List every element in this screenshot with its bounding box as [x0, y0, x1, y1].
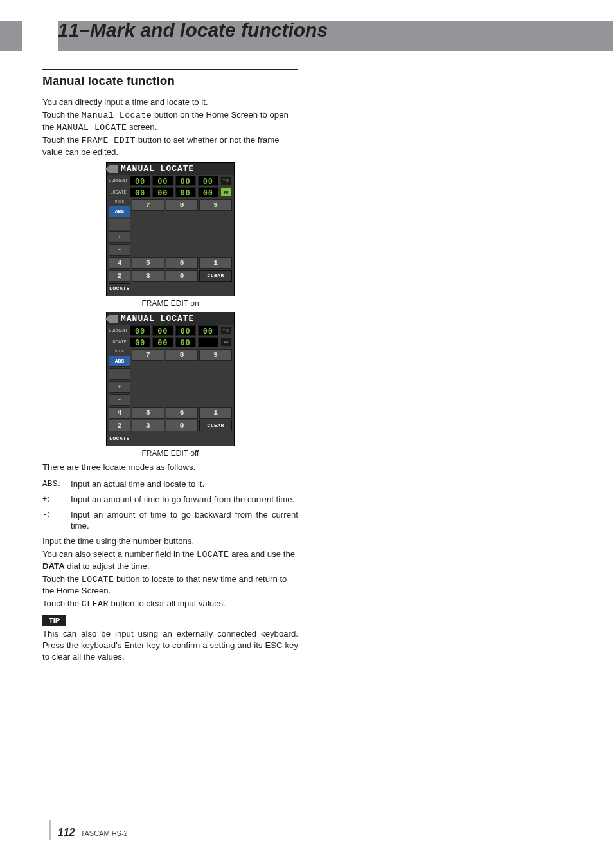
intro-p1: You can directly input a time and locate… [42, 96, 298, 108]
back-icon [109, 315, 118, 323]
num-2: 2 [109, 420, 130, 431]
def-abs: ABS: Input an actual time and locate to … [42, 478, 298, 490]
abs-desc: Input an actual time and locate to it. [71, 478, 298, 490]
colon: : [58, 478, 60, 488]
page-number: 112 [58, 827, 75, 838]
mono-text: CLEAR [82, 599, 109, 609]
footer: 112 TASCAM HS-2 [58, 827, 128, 838]
num-8: 8 [166, 349, 199, 361]
text: area and use the [229, 549, 295, 559]
screenshot-title-text: MANUAL LOCATE [121, 164, 194, 174]
mono-text: FRAME EDIT [82, 136, 136, 145]
colon: : [48, 494, 50, 503]
seg-hh: 00 [130, 187, 150, 197]
text: Touch the [42, 599, 82, 608]
seg-ff: 00 [198, 187, 218, 197]
locate-button: LOCATE [109, 283, 130, 294]
text: dial to adjust the time. [65, 561, 150, 571]
screenshot-frame-edit-on: MANUAL LOCATE CURRENT 00 00 00 00 T/C LO… [106, 162, 235, 296]
num-9: 9 [199, 199, 232, 211]
tip-text: This can also be input using an external… [42, 628, 298, 662]
text: Touch the [42, 574, 82, 584]
mono-text: Manual Locate [82, 111, 152, 120]
screenshot-frame-edit-off: MANUAL LOCATE CURRENT 00 00 00 00 T/C LO… [106, 312, 235, 446]
num-2: 2 [109, 270, 130, 282]
num-1: 1 [199, 407, 232, 419]
mode-plus-button: + [109, 381, 130, 393]
seg-ss: 00 [175, 187, 196, 197]
def-plus: +: Input an amount of time to go forward… [42, 494, 298, 505]
input-p1: Input the time using the number buttons. [42, 536, 298, 547]
num-8: 8 [166, 199, 199, 211]
current-label: CURRENT [109, 178, 128, 183]
mono-text: LOCATE [197, 550, 229, 559]
seg-mm: 00 [152, 337, 173, 347]
clear-button: CLEAR [199, 420, 232, 431]
input-p3: Touch the LOCATE button to locate to tha… [42, 574, 298, 597]
seg-hh: 00 [130, 325, 150, 336]
text: screen. [127, 122, 157, 132]
plus-desc: Input an amount of time to go forward fr… [71, 494, 298, 505]
num-5: 5 [132, 407, 164, 419]
modes-intro: There are three locate modes as follows. [42, 462, 298, 473]
footer-accent [49, 820, 51, 840]
num-3: 3 [132, 270, 164, 282]
seg-mm: 00 [152, 176, 173, 186]
back-icon [109, 165, 118, 173]
colon: : [48, 509, 50, 519]
seg-mm: 00 [152, 187, 173, 197]
rule-bottom [42, 91, 298, 91]
tc-tag: T/C [220, 176, 232, 185]
minus-desc: Input an amount of time to go backward f… [71, 509, 298, 532]
plus-term: + [42, 495, 48, 504]
num-9: 9 [199, 349, 232, 361]
locate-label: LOCATE [109, 339, 128, 345]
mode-abs-button: ABS [109, 206, 130, 217]
current-label: CURRENT [109, 328, 128, 333]
seg-ss: 00 [175, 337, 196, 347]
mode-header: MODE [109, 349, 130, 354]
text: button to clear all input values. [109, 599, 226, 608]
num-6: 6 [166, 407, 199, 419]
mode-plus-button: + [109, 231, 130, 243]
num-6: 6 [166, 257, 199, 269]
locate-button: LOCATE [109, 433, 130, 444]
frame-edit-tag-off: FR [220, 338, 232, 347]
num-7: 7 [132, 199, 164, 211]
text: Touch the [42, 135, 82, 145]
text: Touch the [42, 110, 82, 120]
num-5: 5 [132, 257, 164, 269]
input-p2: You can also select a number field in th… [42, 548, 298, 572]
section-title: Manual locate function [42, 74, 298, 88]
def-minus: -: Input an amount of time to go backwar… [42, 509, 298, 532]
tc-tag: T/C [220, 326, 232, 335]
minus-term: - [42, 511, 48, 520]
product-name: TASCAM HS-2 [81, 829, 128, 837]
num-0: 0 [166, 270, 199, 282]
mono-text: LOCATE [82, 575, 114, 584]
rule-top [42, 69, 298, 70]
seg-ss: 00 [175, 325, 196, 336]
tip-badge: TIP [42, 615, 66, 626]
seg-hh: 00 [130, 176, 150, 186]
seg-ss: 00 [175, 176, 196, 186]
caption-frame-edit-on: FRAME EDIT on [42, 299, 298, 308]
seg-ff: 00 [198, 176, 218, 186]
seg-mm: 00 [152, 325, 173, 336]
num-4: 4 [109, 407, 130, 419]
intro-p2: Touch the Manual Locate button on the Ho… [42, 109, 298, 134]
abs-term: ABS [42, 480, 58, 489]
clear-button: CLEAR [199, 270, 232, 282]
num-7: 7 [132, 349, 164, 361]
num-0: 0 [166, 420, 199, 431]
mode-spacer [109, 368, 130, 380]
screenshot-title: MANUAL LOCATE [107, 163, 234, 175]
text: You can also select a number field in th… [42, 549, 197, 559]
locate-label: LOCATE [109, 190, 128, 195]
num-4: 4 [109, 257, 130, 269]
frame-edit-tag-on: FR [220, 188, 232, 197]
input-p4: Touch the CLEAR button to clear all inpu… [42, 598, 298, 610]
seg-hh: 00 [130, 337, 150, 347]
mode-minus-button: − [109, 394, 130, 406]
mode-header: MODE [109, 199, 130, 204]
